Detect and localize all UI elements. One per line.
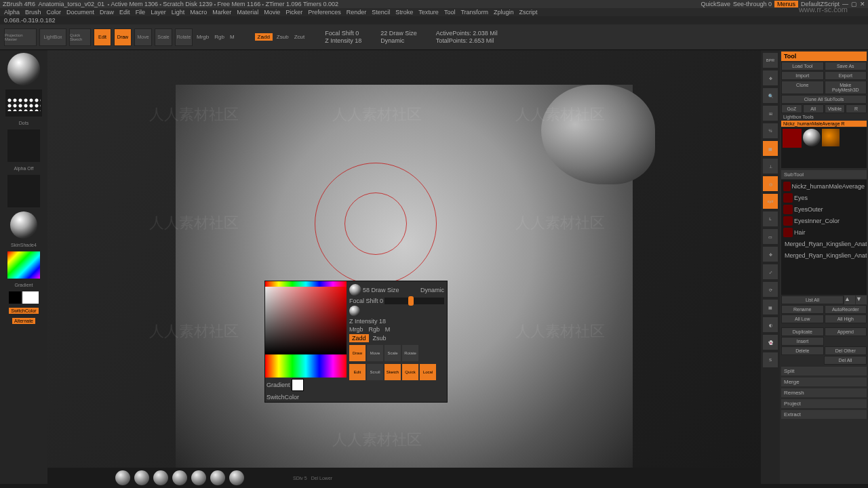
color-picker[interactable] [7, 251, 40, 279]
rotate-button[interactable]: Rotate [402, 345, 418, 361]
tool-thumbnails[interactable] [781, 127, 867, 168]
menu-item[interactable]: Brush [25, 9, 41, 16]
focal-shift-slider[interactable]: Focal Shift 0 [325, 30, 361, 37]
material-sphere[interactable] [210, 470, 225, 485]
stroke-thumbnail[interactable] [5, 89, 42, 117]
floor-button[interactable]: ⊥ [763, 159, 778, 174]
down-icon[interactable]: ▼ [856, 296, 867, 304]
xyz-button[interactable]: xyz [763, 194, 778, 209]
menu-item[interactable]: Edit [119, 9, 130, 16]
split-section[interactable]: Split [781, 367, 867, 375]
m-button[interactable]: M [385, 326, 391, 333]
subtool-list[interactable]: Nickz_humanMaleAverage Eyes EyesOuter Ey… [781, 180, 867, 295]
aahalf-button[interactable]: ½ [763, 123, 778, 138]
menu-item[interactable]: File [136, 9, 146, 16]
material-sphere[interactable] [229, 470, 244, 485]
list-item[interactable]: Merged_Ryan_Kingslien_Anatomy [783, 239, 865, 249]
draw-button[interactable]: Draw [114, 28, 132, 46]
tool-thumb[interactable] [783, 129, 802, 148]
quick-button[interactable]: Quick [402, 364, 418, 380]
lc-button[interactable]: L [763, 211, 778, 226]
brush-thumbnail[interactable] [7, 53, 40, 85]
menu-item[interactable]: Movie [264, 9, 280, 16]
slider[interactable] [384, 298, 444, 304]
local-button[interactable]: Local [420, 364, 436, 380]
all-low-button[interactable]: All Low [781, 314, 824, 323]
color-picker-hue[interactable] [265, 354, 347, 378]
menu-item[interactable]: Marker [212, 9, 231, 16]
remesh-section[interactable]: Remesh [781, 388, 867, 397]
zcut-button[interactable]: Zcut [293, 34, 307, 40]
list-item[interactable]: EyesInner_Color [783, 216, 865, 226]
transp-button[interactable]: ◐ [763, 317, 778, 332]
persp-button[interactable]: ▦ [763, 141, 778, 156]
color-swatch[interactable] [292, 379, 304, 391]
delete-button[interactable]: Delete [781, 346, 824, 355]
mrgb-button[interactable]: Mrgb [195, 34, 210, 40]
move-button[interactable]: Move [367, 345, 383, 361]
insert-button[interactable]: Insert [781, 337, 824, 346]
menu-item[interactable]: Picker [285, 9, 302, 16]
rgb-button[interactable]: Rgb [368, 326, 380, 333]
rename-button[interactable]: Rename [781, 305, 824, 314]
menu-item[interactable]: Layer [151, 9, 166, 16]
move-button[interactable]: ✥ [763, 247, 778, 262]
m-button[interactable]: M [229, 34, 236, 40]
current-tool[interactable]: Nickz_humanMaleAverage R [781, 121, 867, 127]
tool-thumb[interactable] [803, 129, 821, 146]
del-all-button[interactable]: Del All [824, 356, 867, 365]
quicksave-button[interactable]: QuickSave [701, 1, 730, 7]
zoom-button[interactable]: 🔍 [763, 88, 778, 103]
menu-item[interactable]: Stroke [395, 9, 413, 16]
rotate-button[interactable]: Rotate [175, 28, 193, 46]
dynamic-toggle[interactable]: Dynamic [420, 287, 444, 293]
material-sphere[interactable] [172, 470, 187, 485]
material-sphere[interactable] [134, 470, 149, 485]
merge-section[interactable]: Merge [781, 378, 867, 386]
zadd-button[interactable]: Zadd [349, 334, 369, 342]
clone-all-button[interactable]: Clone All SubTools [781, 95, 867, 104]
window-close-icon[interactable]: ✕ [860, 1, 865, 7]
edit-button[interactable]: Edit [349, 364, 366, 380]
save-as-button[interactable]: Save As [825, 62, 867, 70]
primary-color[interactable] [22, 291, 39, 304]
menu-item[interactable]: Document [66, 9, 94, 16]
projection-master-button[interactable]: Projection Master [4, 28, 37, 46]
list-item[interactable]: EyesOuter [783, 204, 865, 215]
alternate-button[interactable]: Alternate [12, 318, 35, 324]
texture-thumbnail[interactable] [7, 175, 40, 207]
switchcolor-button[interactable]: SwitchColor [9, 308, 38, 314]
focal-shift-slider[interactable]: Focal Shift 0 [349, 298, 383, 304]
list-item[interactable]: Merged_Ryan_Kingslien_Anatomy [783, 250, 865, 261]
material-icon[interactable] [349, 306, 360, 317]
subtool-header[interactable]: SubTool [781, 170, 867, 179]
duplicate-button[interactable]: Duplicate [781, 327, 824, 336]
list-item[interactable]: Nickz_humanMaleAverage [783, 181, 865, 192]
scale-button[interactable]: Scale [384, 345, 401, 361]
z-intensity-slider[interactable]: Z Intensity 18 [325, 37, 361, 44]
menu-item[interactable]: Zscript [519, 9, 538, 16]
brush-icon[interactable] [349, 284, 361, 296]
zsub-button[interactable]: Zsub [372, 335, 386, 342]
menu-item[interactable]: Material [237, 9, 258, 16]
solo-button[interactable]: S [763, 352, 778, 367]
scale-button[interactable]: ⤢ [763, 264, 778, 279]
material-sphere[interactable] [191, 470, 206, 485]
menu-item[interactable]: Color [47, 9, 62, 16]
scroll-button[interactable]: Scroll [367, 364, 383, 380]
export-button[interactable]: Export [825, 71, 867, 80]
menu-item[interactable]: Alpha [4, 9, 20, 16]
menu-item[interactable]: Tool [444, 9, 456, 16]
window-max-icon[interactable]: ▢ [851, 1, 857, 7]
clone-button[interactable]: Clone [781, 81, 824, 94]
mrgb-button[interactable]: Mrgb [349, 326, 363, 333]
local-button[interactable]: ◎ [763, 176, 778, 191]
tool-header[interactable]: Tool [781, 52, 867, 61]
append-button[interactable]: Append [825, 327, 867, 336]
alpha-thumbnail[interactable] [7, 129, 40, 162]
menus-button[interactable]: Menus [774, 1, 798, 7]
quicksketch-button[interactable]: Quick Sketch [69, 28, 91, 46]
menu-item[interactable]: Transform [460, 9, 488, 16]
switchcolor-button[interactable]: SwitchColor [267, 394, 299, 401]
material-thumbnail[interactable] [10, 211, 37, 239]
